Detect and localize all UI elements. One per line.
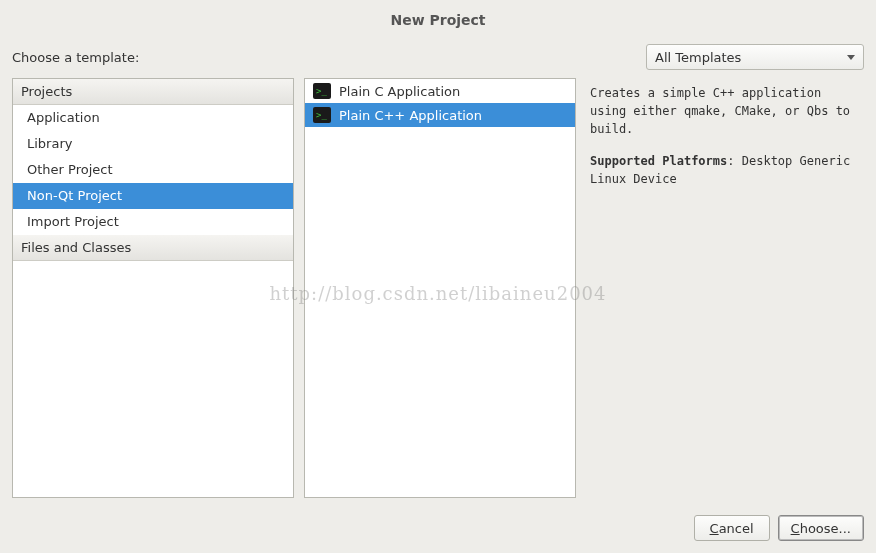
template-item-plain-c[interactable]: Plain C Application bbox=[305, 79, 575, 103]
category-item-import-project[interactable]: Import Project bbox=[13, 209, 293, 235]
choose-template-label: Choose a template: bbox=[12, 50, 139, 65]
platforms-label: Supported Platforms bbox=[590, 154, 727, 168]
dropdown-selected-value: All Templates bbox=[655, 50, 741, 65]
template-description: Creates a simple C++ application using e… bbox=[586, 78, 864, 498]
category-header-files-classes[interactable]: Files and Classes bbox=[13, 235, 293, 261]
category-header-projects[interactable]: Projects bbox=[13, 79, 293, 105]
cancel-label-rest: ancel bbox=[719, 521, 754, 536]
cancel-mnemonic: C bbox=[710, 521, 719, 536]
template-filter-dropdown[interactable]: All Templates bbox=[646, 44, 864, 70]
template-list: Plain C Application Plain C++ Applicatio… bbox=[304, 78, 576, 498]
terminal-icon bbox=[313, 107, 331, 123]
category-list: Projects Application Library Other Proje… bbox=[12, 78, 294, 498]
choose-mnemonic: C bbox=[791, 521, 800, 536]
choose-label-rest: hoose... bbox=[800, 521, 851, 536]
template-label: Plain C++ Application bbox=[339, 108, 482, 123]
description-text: Creates a simple C++ application using e… bbox=[590, 84, 860, 138]
dialog-title: New Project bbox=[0, 0, 876, 36]
category-item-other-project[interactable]: Other Project bbox=[13, 157, 293, 183]
category-item-library[interactable]: Library bbox=[13, 131, 293, 157]
template-item-plain-cpp[interactable]: Plain C++ Application bbox=[305, 103, 575, 127]
template-label: Plain C Application bbox=[339, 84, 460, 99]
category-item-non-qt-project[interactable]: Non-Qt Project bbox=[13, 183, 293, 209]
terminal-icon bbox=[313, 83, 331, 99]
supported-platforms: Supported Platforms: Desktop Generic Lin… bbox=[590, 152, 860, 188]
cancel-button[interactable]: Cancel bbox=[694, 515, 770, 541]
category-item-application[interactable]: Application bbox=[13, 105, 293, 131]
choose-button[interactable]: Choose... bbox=[778, 515, 864, 541]
chevron-down-icon bbox=[847, 55, 855, 60]
